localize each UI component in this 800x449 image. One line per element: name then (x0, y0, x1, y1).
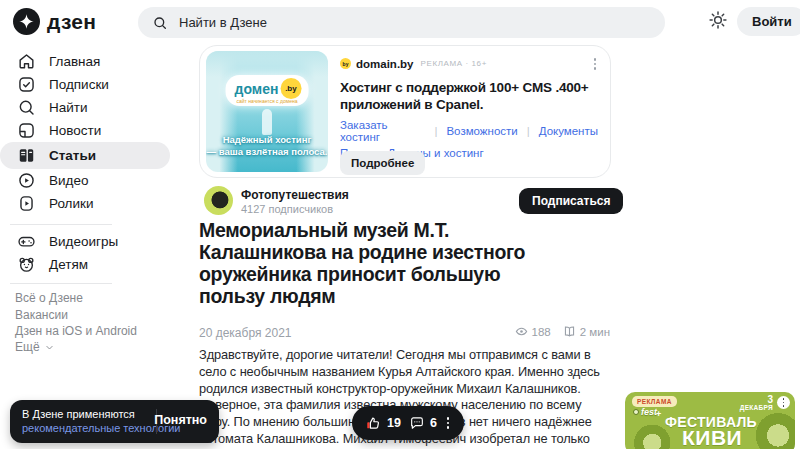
ad-sitelink[interactable]: Заказать хостинг (340, 119, 425, 143)
ad-image-figure (262, 109, 272, 135)
search-icon (152, 15, 168, 31)
sidebar-link-about[interactable]: Всё о Дзене (15, 290, 137, 307)
sidebar-item-home[interactable]: Главная (0, 50, 196, 73)
read-time: 2 мин (563, 325, 610, 338)
news-icon (17, 121, 36, 140)
ad-image-brand-suffix: .by (280, 78, 301, 99)
sidebar-item-kids[interactable]: Детям (0, 253, 196, 276)
gamepad-icon (17, 232, 36, 251)
more-options-dots-icon[interactable] (445, 415, 452, 431)
sidebar-item-news[interactable]: Новости (0, 119, 196, 142)
sidebar-item-label: Главная (49, 54, 100, 69)
advertiser-logo-icon: by (340, 58, 351, 69)
sidebar-item-label: Подписки (49, 77, 109, 92)
sidebar: Главная Подписки Найти Новости Статьи Ви… (0, 50, 196, 215)
sparkle-icon: + (656, 409, 661, 419)
article-meta: 188 2 мин (515, 325, 610, 338)
ad-creative-image[interactable]: домен .by сайт начинается с домена Надёж… (206, 51, 328, 172)
search-icon (17, 98, 36, 117)
views-counter: 188 (515, 325, 551, 338)
sidebar-divider (10, 283, 112, 284)
login-button[interactable]: Войти (737, 7, 800, 36)
banner-date-day: 3 (740, 396, 773, 404)
subscriptions-check-icon (17, 75, 36, 94)
sidebar-item-label: Найти (49, 100, 88, 115)
sidebar-item-label: Ролики (49, 196, 94, 211)
sidebar-link-jobs[interactable]: Вакансии (15, 307, 137, 324)
ad-sitelink[interactable]: Возможности (446, 125, 517, 137)
sidebar-item-label: Статьи (49, 148, 96, 163)
ad-image-brand-text: домен (235, 81, 279, 97)
sidebar-item-subscriptions[interactable]: Подписки (0, 73, 196, 96)
ad-body: by domain.by РЕКЛАМА · 16+ Хостинг с под… (340, 56, 598, 159)
theme-toggle-sun-icon[interactable] (708, 10, 728, 30)
ad-menu-dots-icon[interactable] (592, 56, 599, 72)
dzen-logo[interactable]: дзен (13, 8, 96, 35)
article-title: Мемориальный музей М.Т. Калашникова на р… (199, 219, 561, 307)
sidebar-item-label: Видео (49, 173, 88, 188)
sidebar-item-articles[interactable]: Статьи (0, 142, 170, 169)
like-count: 19 (387, 416, 401, 430)
engagement-bar: 19 6 (352, 406, 464, 440)
sidebar-divider (10, 224, 112, 225)
sidebar-more-label: Ещё (15, 340, 40, 354)
sidebar-secondary: Видеоигры Детям (0, 230, 196, 276)
promo-banner[interactable]: РЕКЛАМА fest 3 ДЕКАБРЯ + ФЕСТИВАЛЬ КИВИ (625, 392, 795, 449)
sidebar-item-label: Новости (49, 123, 101, 138)
comment-count: 6 (430, 416, 437, 430)
ad-brand-row: by domain.by РЕКЛАМА · 16+ (340, 56, 598, 72)
ad-sitelinks: Заказать хостинг | Возможности | Докумен… (340, 119, 598, 143)
banner-fest-logo: fest (633, 407, 657, 417)
search-input[interactable] (179, 15, 665, 30)
chevron-down-icon (45, 343, 54, 352)
toast-accept-button[interactable]: Понятно (154, 413, 207, 427)
banner-menu-dots-icon[interactable] (777, 396, 790, 409)
banner-title-line2: КИВИ (682, 426, 742, 449)
thumbs-up-icon (365, 415, 382, 432)
ad-more-button[interactable]: Подробнее (340, 151, 425, 175)
ad-sitelink[interactable]: Документы (539, 125, 598, 137)
articles-icon (17, 146, 36, 165)
sidebar-link-apps[interactable]: Дзен на iOS и Android (15, 323, 137, 340)
book-icon (563, 325, 576, 338)
search-bar[interactable] (138, 7, 665, 38)
ad-sitelink-separator: | (434, 125, 437, 137)
dzen-logo-text: дзен (47, 10, 96, 34)
kiwi-icon (633, 409, 639, 415)
banner-ad-badge: РЕКЛАМА (632, 396, 677, 407)
subscribe-button[interactable]: Подписаться (519, 188, 623, 214)
channel-subscribers: 4127 подписчиков (241, 203, 333, 215)
ad-sitelink-separator: | (527, 125, 530, 137)
sidebar-more[interactable]: Ещё (15, 340, 54, 354)
banner-date-month: ДЕКАБРЯ (740, 404, 773, 412)
read-time-value: 2 мин (580, 326, 610, 338)
home-icon (17, 52, 36, 71)
ad-image-tagline: сайт начинается с домена (237, 98, 298, 104)
ad-title[interactable]: Хостинг с поддержкой 100+ CMS .400+ прил… (340, 79, 598, 113)
bear-face-icon (17, 255, 36, 274)
eye-icon (515, 325, 528, 338)
sidebar-item-video[interactable]: Видео (0, 169, 196, 192)
dzen-star-icon (13, 8, 40, 35)
sidebar-item-shorts[interactable]: Ролики (0, 192, 196, 215)
like-button[interactable]: 19 (365, 415, 401, 432)
banner-date: 3 ДЕКАБРЯ (740, 396, 773, 412)
channel-avatar[interactable] (204, 186, 233, 215)
dzen-page: дзен Войти Главная Подписки Найти Новост… (0, 0, 800, 449)
comment-bubble-icon (409, 415, 425, 431)
views-count: 188 (532, 326, 551, 338)
recommendation-toast: В Дзене применяются рекомендательные тех… (10, 400, 219, 443)
channel-name[interactable]: Фотопутешествия (241, 188, 349, 202)
ad-disclaimer: РЕКЛАМА · 16+ (421, 59, 487, 68)
sidebar-footer-links: Всё о Дзене Вакансии Дзен на iOS и Andro… (15, 290, 137, 340)
video-play-icon (17, 171, 36, 190)
sidebar-item-games[interactable]: Видеоигры (0, 230, 196, 253)
advertiser-name[interactable]: domain.by (356, 58, 414, 70)
sidebar-item-search[interactable]: Найти (0, 96, 196, 119)
sidebar-item-label: Детям (49, 257, 88, 272)
article-date: 20 декабря 2021 (199, 326, 291, 340)
shorts-icon (17, 194, 36, 213)
sidebar-item-label: Видеоигры (49, 234, 118, 249)
ad-image-slogan: Надёжный хостинг — ваша взлётная полоса. (206, 134, 328, 158)
comments-button[interactable]: 6 (409, 415, 437, 431)
